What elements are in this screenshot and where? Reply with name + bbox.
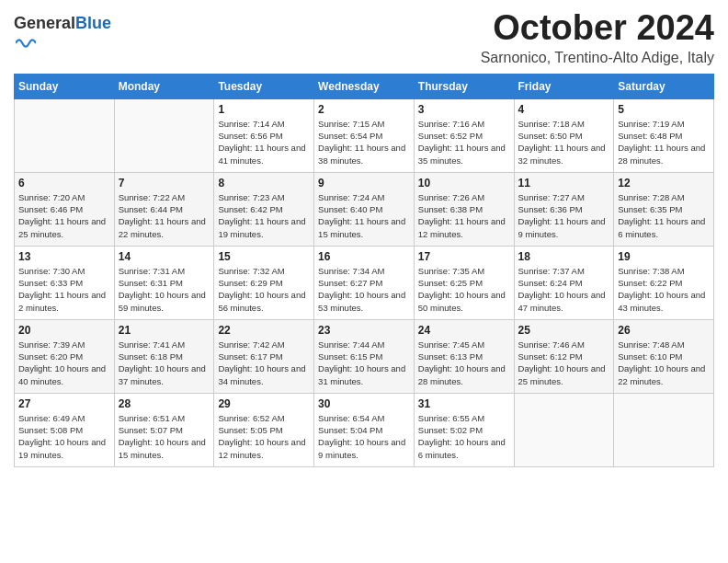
day-info: Sunrise: 7:15 AM Sunset: 6:54 PM Dayligh…: [318, 118, 410, 167]
day-info: Sunrise: 7:46 AM Sunset: 6:12 PM Dayligh…: [518, 339, 610, 387]
day-number: 21: [119, 324, 210, 337]
month-title: October 2024: [481, 9, 714, 48]
title-block: October 2024 Sarnonico, Trentino-Alto Ad…: [481, 9, 714, 66]
calendar-cell: 3Sunrise: 7:16 AM Sunset: 6:52 PM Daylig…: [414, 98, 514, 172]
day-info: Sunrise: 7:37 AM Sunset: 6:24 PM Dayligh…: [518, 265, 610, 314]
day-info: Sunrise: 6:55 AM Sunset: 5:02 PM Dayligh…: [418, 412, 510, 461]
header-wednesday: Wednesday: [314, 74, 415, 98]
calendar-cell: [15, 98, 115, 172]
calendar-cell: 21Sunrise: 7:41 AM Sunset: 6:18 PM Dayli…: [114, 319, 214, 393]
day-number: 7: [119, 177, 210, 190]
day-info: Sunrise: 7:18 AM Sunset: 6:50 PM Dayligh…: [518, 118, 610, 167]
calendar-cell: 9Sunrise: 7:24 AM Sunset: 6:40 PM Daylig…: [314, 172, 415, 246]
header-friday: Friday: [514, 74, 614, 98]
calendar-cell: 13Sunrise: 7:30 AM Sunset: 6:33 PM Dayli…: [15, 246, 115, 319]
day-info: Sunrise: 7:42 AM Sunset: 6:17 PM Dayligh…: [218, 339, 310, 387]
day-number: 5: [618, 103, 710, 116]
day-info: Sunrise: 6:51 AM Sunset: 5:07 PM Dayligh…: [119, 412, 210, 461]
day-number: 1: [218, 103, 310, 116]
calendar-week-3: 13Sunrise: 7:30 AM Sunset: 6:33 PM Dayli…: [15, 246, 714, 319]
day-info: Sunrise: 7:35 AM Sunset: 6:25 PM Dayligh…: [418, 265, 510, 314]
day-info: Sunrise: 7:26 AM Sunset: 6:38 PM Dayligh…: [418, 191, 510, 240]
calendar-cell: 28Sunrise: 6:51 AM Sunset: 5:07 PM Dayli…: [114, 393, 214, 466]
calendar-cell: 30Sunrise: 6:54 AM Sunset: 5:04 PM Dayli…: [314, 393, 415, 466]
day-info: Sunrise: 7:44 AM Sunset: 6:15 PM Dayligh…: [318, 339, 410, 387]
day-number: 26: [618, 324, 710, 337]
day-info: Sunrise: 7:24 AM Sunset: 6:40 PM Dayligh…: [318, 191, 410, 240]
calendar-cell: 26Sunrise: 7:48 AM Sunset: 6:10 PM Dayli…: [614, 319, 714, 393]
header-saturday: Saturday: [614, 74, 714, 98]
day-number: 31: [418, 397, 510, 410]
day-number: 14: [119, 250, 210, 263]
day-info: Sunrise: 6:52 AM Sunset: 5:05 PM Dayligh…: [218, 412, 310, 461]
calendar-cell: 12Sunrise: 7:28 AM Sunset: 6:35 PM Dayli…: [614, 172, 714, 246]
day-number: 6: [18, 177, 110, 190]
calendar-cell: 25Sunrise: 7:46 AM Sunset: 6:12 PM Dayli…: [514, 319, 614, 393]
day-info: Sunrise: 6:54 AM Sunset: 5:04 PM Dayligh…: [318, 412, 410, 461]
header-tuesday: Tuesday: [214, 74, 314, 98]
calendar-cell: 18Sunrise: 7:37 AM Sunset: 6:24 PM Dayli…: [514, 246, 614, 319]
header-sunday: Sunday: [15, 74, 115, 98]
day-number: 8: [218, 177, 310, 190]
calendar-cell: 7Sunrise: 7:22 AM Sunset: 6:44 PM Daylig…: [114, 172, 214, 246]
day-number: 12: [618, 177, 710, 190]
day-number: 25: [518, 324, 610, 337]
calendar-cell: 10Sunrise: 7:26 AM Sunset: 6:38 PM Dayli…: [414, 172, 514, 246]
day-info: Sunrise: 7:31 AM Sunset: 6:31 PM Dayligh…: [119, 265, 210, 314]
day-info: Sunrise: 7:16 AM Sunset: 6:52 PM Dayligh…: [418, 118, 510, 167]
day-number: 17: [418, 250, 510, 263]
day-number: 13: [18, 250, 110, 263]
day-info: Sunrise: 7:30 AM Sunset: 6:33 PM Dayligh…: [18, 265, 110, 314]
day-info: Sunrise: 7:28 AM Sunset: 6:35 PM Dayligh…: [618, 191, 710, 240]
day-info: Sunrise: 7:23 AM Sunset: 6:42 PM Dayligh…: [218, 191, 310, 240]
page-header: GeneralBlue October 2024 Sarnonico, Tren…: [14, 9, 714, 66]
day-number: 20: [18, 324, 110, 337]
calendar-cell: 22Sunrise: 7:42 AM Sunset: 6:17 PM Dayli…: [214, 319, 314, 393]
calendar-cell: 23Sunrise: 7:44 AM Sunset: 6:15 PM Dayli…: [314, 319, 415, 393]
calendar-cell: [514, 393, 614, 466]
calendar-cell: 29Sunrise: 6:52 AM Sunset: 5:05 PM Dayli…: [214, 393, 314, 466]
calendar-cell: 8Sunrise: 7:23 AM Sunset: 6:42 PM Daylig…: [214, 172, 314, 246]
calendar-cell: 11Sunrise: 7:27 AM Sunset: 6:36 PM Dayli…: [514, 172, 614, 246]
day-number: 11: [518, 177, 610, 190]
calendar-week-1: 1Sunrise: 7:14 AM Sunset: 6:56 PM Daylig…: [15, 98, 714, 172]
day-number: 15: [218, 250, 310, 263]
day-number: 30: [318, 397, 410, 410]
calendar-cell: 4Sunrise: 7:18 AM Sunset: 6:50 PM Daylig…: [514, 98, 614, 172]
day-info: Sunrise: 7:20 AM Sunset: 6:46 PM Dayligh…: [18, 191, 110, 240]
calendar-week-2: 6Sunrise: 7:20 AM Sunset: 6:46 PM Daylig…: [15, 172, 714, 246]
day-number: 4: [518, 103, 610, 116]
calendar-cell: 20Sunrise: 7:39 AM Sunset: 6:20 PM Dayli…: [15, 319, 115, 393]
day-number: 27: [18, 397, 110, 410]
day-number: 29: [218, 397, 310, 410]
day-number: 24: [418, 324, 510, 337]
header-thursday: Thursday: [414, 74, 514, 98]
calendar-cell: 24Sunrise: 7:45 AM Sunset: 6:13 PM Dayli…: [414, 319, 514, 393]
day-number: 16: [318, 250, 410, 263]
location-subtitle: Sarnonico, Trentino-Alto Adige, Italy: [481, 50, 714, 66]
day-info: Sunrise: 7:48 AM Sunset: 6:10 PM Dayligh…: [618, 339, 710, 387]
calendar-cell: 31Sunrise: 6:55 AM Sunset: 5:02 PM Dayli…: [414, 393, 514, 466]
day-info: Sunrise: 7:34 AM Sunset: 6:27 PM Dayligh…: [318, 265, 410, 314]
calendar-cell: 5Sunrise: 7:19 AM Sunset: 6:48 PM Daylig…: [614, 98, 714, 172]
calendar-cell: 17Sunrise: 7:35 AM Sunset: 6:25 PM Dayli…: [414, 246, 514, 319]
logo-blue-text: Blue: [75, 14, 111, 32]
calendar-cell: 2Sunrise: 7:15 AM Sunset: 6:54 PM Daylig…: [314, 98, 415, 172]
logo-wave-icon: [16, 33, 36, 53]
logo-general-text: General: [14, 14, 75, 32]
day-number: 3: [418, 103, 510, 116]
day-info: Sunrise: 7:45 AM Sunset: 6:13 PM Dayligh…: [418, 339, 510, 387]
day-number: 28: [119, 397, 210, 410]
day-info: Sunrise: 7:41 AM Sunset: 6:18 PM Dayligh…: [119, 339, 210, 387]
day-info: Sunrise: 7:19 AM Sunset: 6:48 PM Dayligh…: [618, 118, 710, 167]
day-number: 2: [318, 103, 410, 116]
calendar-cell: [114, 98, 214, 172]
day-number: 19: [618, 250, 710, 263]
calendar-week-5: 27Sunrise: 6:49 AM Sunset: 5:08 PM Dayli…: [15, 393, 714, 466]
calendar-cell: 15Sunrise: 7:32 AM Sunset: 6:29 PM Dayli…: [214, 246, 314, 319]
calendar-cell: 27Sunrise: 6:49 AM Sunset: 5:08 PM Dayli…: [15, 393, 115, 466]
day-info: Sunrise: 7:38 AM Sunset: 6:22 PM Dayligh…: [618, 265, 710, 314]
calendar-cell: 1Sunrise: 7:14 AM Sunset: 6:56 PM Daylig…: [214, 98, 314, 172]
day-number: 9: [318, 177, 410, 190]
calendar-cell: 19Sunrise: 7:38 AM Sunset: 6:22 PM Dayli…: [614, 246, 714, 319]
